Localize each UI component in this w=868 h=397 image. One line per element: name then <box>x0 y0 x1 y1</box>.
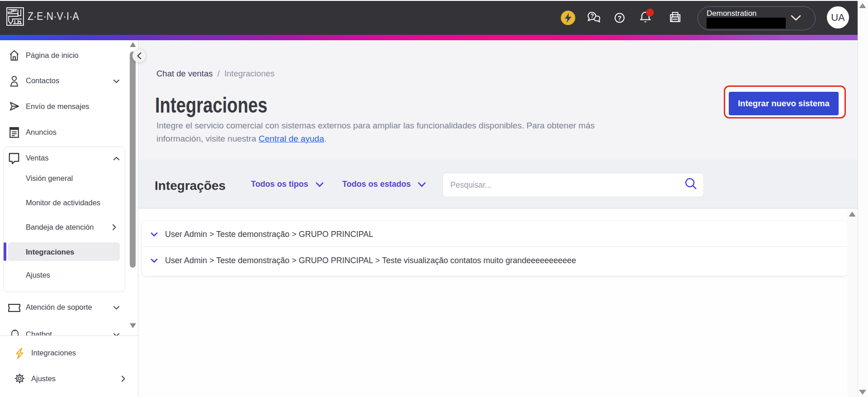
svg-text:?: ? <box>618 14 622 22</box>
svg-text:?: ? <box>590 13 594 19</box>
